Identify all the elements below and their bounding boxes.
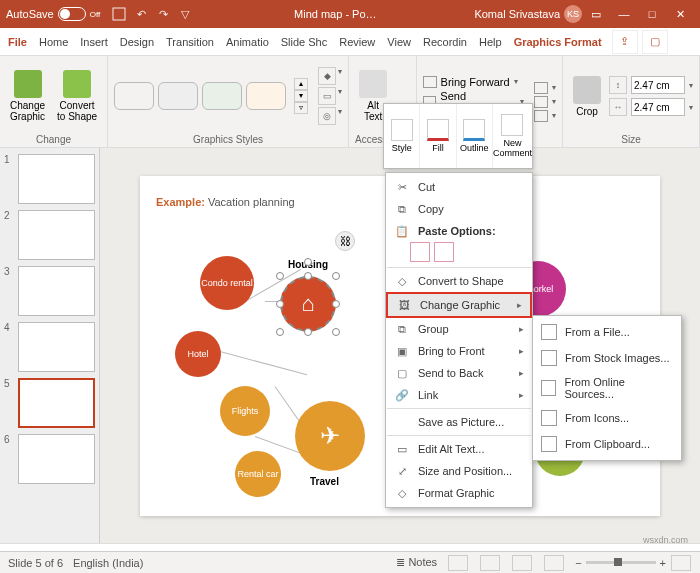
group-label-size: Size [569,132,693,145]
thumbnail-1[interactable] [18,154,95,204]
comments-icon[interactable]: ▢ [642,30,668,54]
zoom-out-icon[interactable]: − [575,557,581,569]
width-input[interactable] [631,98,685,116]
tab-animations[interactable]: Animatio [220,28,275,55]
outline-icon[interactable]: ▭ [318,87,336,105]
group-label-change: Change [6,132,101,145]
ctx-paste-label: 📋Paste Options: [386,220,532,242]
tab-view[interactable]: View [381,28,417,55]
group-button[interactable]: ▾ [534,96,556,108]
ctx-copy[interactable]: ⧉Copy [386,198,532,220]
user-badge[interactable]: KS [564,5,582,23]
tab-review[interactable]: Review [333,28,381,55]
sub-from-stock[interactable]: From Stock Images... [533,345,681,371]
height-icon: ↕ [609,76,627,94]
thumbnail-5[interactable] [18,378,95,428]
thumbnail-2[interactable] [18,210,95,260]
tab-home[interactable]: Home [33,28,74,55]
node-flights[interactable]: Flights [220,386,270,436]
user-name: Komal Srivastava [474,8,560,20]
ctx-format-graphic[interactable]: ◇Format Graphic [386,482,532,504]
ctx-cut[interactable]: ✂Cut [386,176,532,198]
start-icon[interactable]: ▽ [176,5,194,23]
node-condo[interactable]: Condo rental [200,256,254,310]
ctx-send-back[interactable]: ▢Send to Back▸ [386,362,532,384]
align-button[interactable]: ▾ [534,82,556,94]
sub-from-file[interactable]: From a File... [533,319,681,345]
ctx-convert-shape[interactable]: ◇Convert to Shape [386,270,532,292]
zoom-slider[interactable] [586,561,656,564]
close-icon[interactable]: ✕ [666,0,694,28]
ctx-bring-front[interactable]: ▣Bring to Front▸ [386,340,532,362]
change-graphic-submenu: From a File... From Stock Images... From… [532,315,682,461]
label-travel: Travel [310,476,339,487]
mini-style-button[interactable]: Style [384,104,420,168]
autosave-state: Off [90,10,101,19]
status-lang[interactable]: English (India) [73,557,143,569]
redo-icon[interactable]: ↷ [154,5,172,23]
minimize-icon[interactable]: ― [610,0,638,28]
ribbon-opts-icon[interactable]: ▭ [582,0,610,28]
zoom-fit-icon[interactable] [671,555,691,571]
view-normal-icon[interactable] [448,555,468,571]
convert-shape-button[interactable]: Convert to Shape [53,68,101,124]
mini-outline-button[interactable]: Outline [457,104,493,168]
svg-rect-0 [113,8,125,20]
window-title: Mind map - Po… [196,8,474,20]
gallery-more-icon[interactable]: ▿ [294,102,308,114]
height-input[interactable] [631,76,685,94]
share-icon[interactable]: ⇪ [612,30,638,54]
tab-graphics-format[interactable]: Graphics Format [508,28,608,55]
gallery-up-icon[interactable]: ▴ [294,78,308,90]
node-hotel[interactable]: Hotel [175,331,221,377]
selected-graphic[interactable]: ⌂ [280,276,336,332]
tab-slideshow[interactable]: Slide Shc [275,28,333,55]
tab-design[interactable]: Design [114,28,160,55]
mini-fill-button[interactable]: Fill [420,104,456,168]
save-icon[interactable] [110,5,128,23]
gallery-down-icon[interactable]: ▾ [294,90,308,102]
link-indicator-icon[interactable]: ⛓ [335,231,355,251]
ctx-save-picture[interactable]: Save as Picture... [386,411,532,433]
sub-from-clipboard[interactable]: From Clipboard... [533,431,681,457]
thumbnail-6[interactable] [18,434,95,484]
width-icon: ↔ [609,98,627,116]
tab-insert[interactable]: Insert [74,28,114,55]
fill-icon[interactable]: ◆ [318,67,336,85]
tab-transitions[interactable]: Transition [160,28,220,55]
mini-comment-button[interactable]: New Comment [493,104,532,168]
rotate-button[interactable]: ▾ [534,110,556,122]
autosave-label: AutoSave [6,8,54,20]
bring-forward-button[interactable]: Bring Forward ▾ [423,76,524,88]
view-slideshow-icon[interactable] [544,555,564,571]
styles-gallery[interactable] [114,82,286,110]
sub-from-online[interactable]: From Online Sources... [533,371,681,405]
thumbnail-3[interactable] [18,266,95,316]
tab-file[interactable]: File [2,28,33,55]
paste-option-1[interactable] [410,242,430,262]
effects-icon[interactable]: ◎ [318,107,336,125]
undo-icon[interactable]: ↶ [132,5,150,23]
node-travel-icon[interactable]: ✈ [295,401,365,471]
status-slide: Slide 5 of 6 [8,557,63,569]
view-sorter-icon[interactable] [480,555,500,571]
ctx-size-position[interactable]: ⤢Size and Position... [386,460,532,482]
view-reading-icon[interactable] [512,555,532,571]
status-notes[interactable]: ≣ Notes [396,556,437,569]
sub-from-icons[interactable]: From Icons... [533,405,681,431]
paste-option-2[interactable] [434,242,454,262]
ctx-group[interactable]: ⧉Group▸ [386,318,532,340]
tab-recording[interactable]: Recordin [417,28,473,55]
maximize-icon[interactable]: □ [638,0,666,28]
ctx-change-graphic[interactable]: 🖼Change Graphic▸ [386,292,532,318]
ctx-alt-text[interactable]: ▭Edit Alt Text... [386,438,532,460]
node-rental[interactable]: Rental car [235,451,281,497]
crop-button[interactable]: Crop [569,74,605,119]
ctx-link[interactable]: 🔗Link▸ [386,384,532,406]
thumbnail-4[interactable] [18,322,95,372]
group-label-styles: Graphics Styles [114,132,342,145]
tab-help[interactable]: Help [473,28,508,55]
zoom-in-icon[interactable]: + [660,557,666,569]
change-graphic-button[interactable]: Change Graphic [6,68,49,124]
autosave-toggle[interactable] [58,7,86,21]
